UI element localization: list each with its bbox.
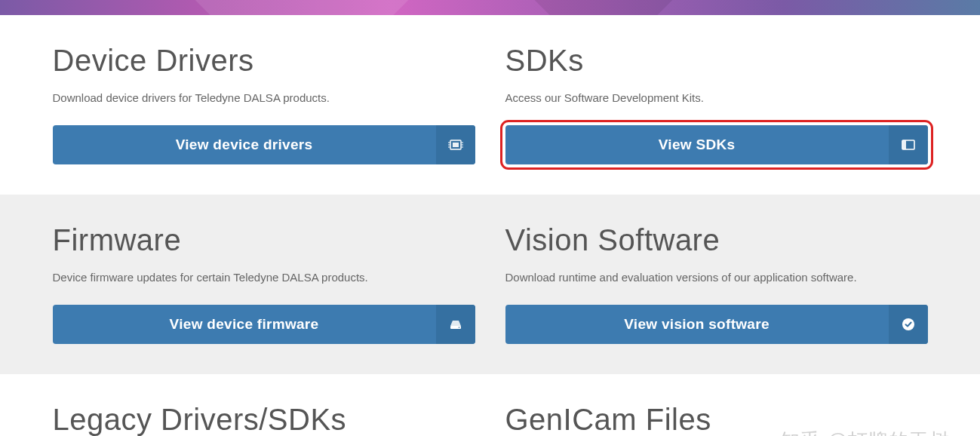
desc-firmware: Device firmware updates for certain Tele… [53, 271, 475, 284]
card-vision-software: Vision Software Download runtime and eva… [505, 223, 928, 344]
hero-banner [0, 0, 980, 15]
view-sdks-label: View SDKs [505, 125, 889, 164]
desc-device-drivers: Download device drivers for Teledyne DAL… [53, 91, 475, 104]
view-vision-software-label: View vision software [505, 305, 889, 344]
section-row-2: Firmware Device firmware updates for cer… [0, 195, 980, 374]
card-firmware: Firmware Device firmware updates for cer… [53, 223, 475, 344]
heading-genicam: GenICam Files [505, 403, 928, 436]
desc-vision-software: Download runtime and evaluation versions… [505, 271, 928, 284]
svg-rect-9 [902, 140, 906, 149]
heading-firmware: Firmware [53, 223, 475, 257]
heading-vision-software: Vision Software [505, 223, 928, 257]
heading-sdks: SDKs [505, 44, 928, 78]
desc-sdks: Access our Software Development Kits. [505, 91, 928, 104]
check-circle-icon [889, 305, 928, 344]
card-genicam: GenICam Files Download GenICam configura… [505, 403, 928, 436]
view-device-drivers-label: View device drivers [53, 125, 436, 164]
card-legacy: Legacy Drivers/SDKs Drivers and SDKs for… [53, 403, 475, 436]
svg-rect-1 [453, 143, 459, 147]
view-vision-software-button[interactable]: View vision software [505, 305, 928, 344]
heading-device-drivers: Device Drivers [53, 44, 475, 78]
view-sdks-button[interactable]: View SDKs [505, 125, 928, 164]
card-device-drivers: Device Drivers Download device drivers f… [53, 44, 475, 164]
window-icon [889, 125, 928, 164]
heading-legacy: Legacy Drivers/SDKs [53, 403, 475, 436]
view-device-drivers-button[interactable]: View device drivers [53, 125, 475, 164]
card-sdks: SDKs Access our Software Development Kit… [505, 44, 928, 164]
section-row-3: Legacy Drivers/SDKs Drivers and SDKs for… [0, 374, 980, 436]
view-firmware-label: View device firmware [53, 305, 436, 344]
storage-icon [436, 305, 475, 344]
section-row-1: Device Drivers Download device drivers f… [0, 15, 980, 195]
view-firmware-button[interactable]: View device firmware [53, 305, 475, 344]
svg-point-11 [458, 327, 459, 328]
chip-icon [436, 125, 475, 164]
